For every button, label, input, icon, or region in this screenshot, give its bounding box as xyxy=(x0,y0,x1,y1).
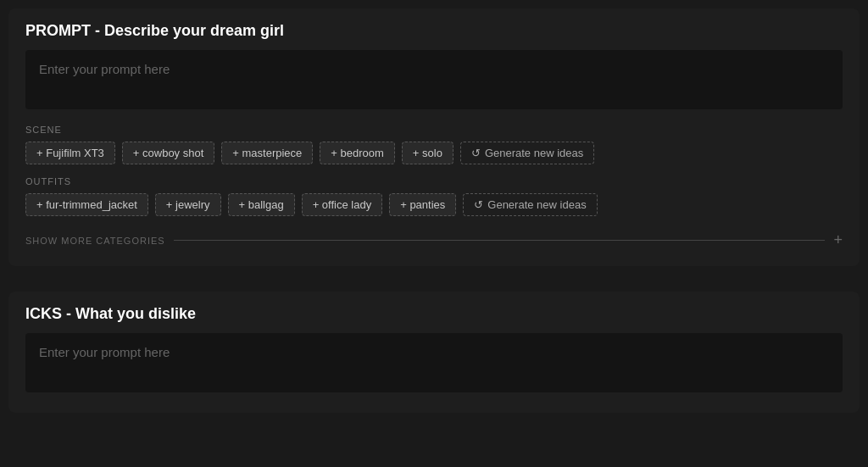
icks-input[interactable] xyxy=(25,333,843,392)
show-more-label[interactable]: SHOW MORE CATEGORIES xyxy=(25,236,165,246)
tag-fur-jacket[interactable]: + fur-trimmed_jacket xyxy=(25,193,148,216)
icks-title: ICKS - What you dislike xyxy=(25,305,843,323)
tag-ballgag[interactable]: + ballgag xyxy=(228,193,295,216)
outfits-tags-row: + fur-trimmed_jacket + jewelry + ballgag… xyxy=(25,193,843,216)
prompt-section: PROMPT - Describe your dream girl SCENE … xyxy=(8,8,860,266)
generate-outfits-label: Generate new ideas xyxy=(487,198,586,211)
tag-solo[interactable]: + solo xyxy=(402,142,453,164)
tag-jewelry[interactable]: + jewelry xyxy=(155,193,221,216)
tag-cowboy-shot[interactable]: + cowboy shot xyxy=(122,142,214,164)
refresh-icon-outfits: ↺ xyxy=(474,198,483,211)
refresh-icon-scene: ↺ xyxy=(471,147,481,159)
scene-section: SCENE + Fujifilm XT3 + cowboy shot + mas… xyxy=(25,125,843,164)
generate-scene-label: Generate new ideas xyxy=(485,147,583,159)
tag-bedroom[interactable]: + bedroom xyxy=(320,142,395,164)
show-more-plus[interactable]: + xyxy=(833,231,843,249)
prompt-title: PROMPT - Describe your dream girl xyxy=(25,22,843,40)
generate-outfits-button[interactable]: ↺ Generate new ideas xyxy=(463,193,597,216)
show-more-row[interactable]: SHOW MORE CATEGORIES + xyxy=(25,231,843,249)
outfits-label: OUTFITS xyxy=(25,176,843,186)
outfits-section: OUTFITS + fur-trimmed_jacket + jewelry +… xyxy=(25,176,843,216)
section-gap xyxy=(0,275,868,283)
tag-panties[interactable]: + panties xyxy=(389,193,456,216)
prompt-input[interactable] xyxy=(25,50,843,109)
tag-fujifilm[interactable]: + Fujifilm XT3 xyxy=(25,142,115,164)
scene-label: SCENE xyxy=(25,125,843,135)
scene-tags-row: + Fujifilm XT3 + cowboy shot + masterpie… xyxy=(25,142,843,164)
generate-scene-button[interactable]: ↺ Generate new ideas xyxy=(460,142,594,164)
tag-office-lady[interactable]: + office lady xyxy=(302,193,383,216)
icks-section: ICKS - What you dislike xyxy=(8,292,860,413)
tag-masterpiece[interactable]: + masterpiece xyxy=(221,142,313,164)
show-more-divider xyxy=(174,240,826,241)
